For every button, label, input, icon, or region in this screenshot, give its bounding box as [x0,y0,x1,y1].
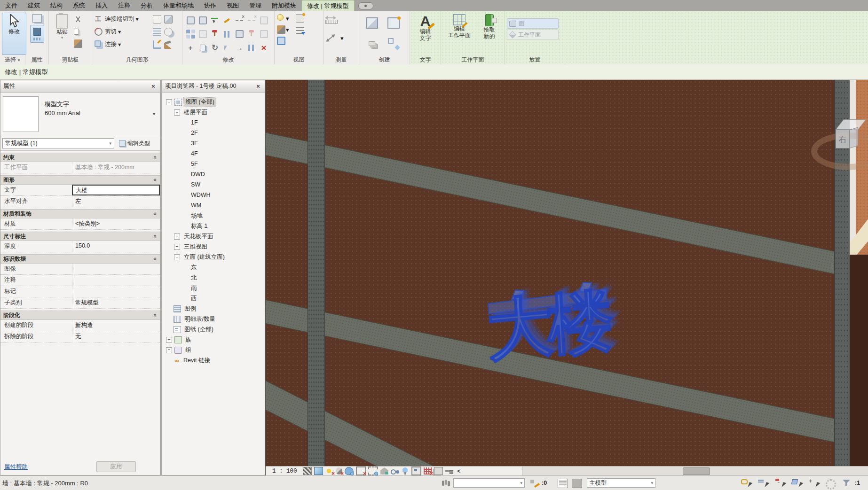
select-underlay-toggle[interactable] [758,478,770,488]
tab-1[interactable]: 建筑 [23,0,45,11]
section-collapse-icon[interactable]: « [152,314,159,317]
section-collapse-icon[interactable]: « [152,179,159,182]
property-value[interactable] [72,286,160,297]
tab-5[interactable]: 注释 [113,0,135,11]
rotate-icon[interactable]: ↻ [210,43,220,53]
properties-help-link[interactable]: 属性帮助 [4,463,28,471]
tab-7[interactable]: 体量和场地 [158,0,199,11]
unpin-icon[interactable] [247,30,256,39]
worksharing-display-icon[interactable] [558,479,568,488]
tree-item[interactable]: 北 [162,272,265,283]
scale-icon[interactable] [236,30,244,38]
brush-icon[interactable] [277,25,285,34]
type-properties-icon[interactable] [32,14,42,23]
reveal-hidden-icon[interactable] [401,467,409,474]
expand-icon[interactable]: + [174,233,180,240]
tab-8[interactable]: 协作 [199,0,221,11]
join-end-cut-button[interactable]: 连接端切割▾ [94,13,151,25]
beam-icon[interactable] [153,28,161,36]
select-pinned-toggle[interactable] [775,478,787,488]
create-group-icon[interactable] [387,17,400,29]
paste-button[interactable]: 粘贴 ▾ [51,13,73,48]
selection-filter-icon[interactable] [843,480,855,490]
drawing-area[interactable]: 大楼 右 1 : 100 < [265,80,868,475]
shadows-icon[interactable] [336,467,342,474]
offset-icon[interactable] [222,30,232,39]
property-value[interactable] [72,264,160,274]
split-element-icon[interactable] [235,16,244,25]
camera-icon[interactable] [296,14,304,23]
hidden-box-icon[interactable] [277,37,285,45]
measure-diagonal-icon[interactable] [326,34,335,42]
property-value[interactable]: <按类别> [72,218,160,229]
properties-palette-icon[interactable] [30,25,44,43]
background-processes-icon[interactable] [826,479,836,490]
delete-icon[interactable]: × [259,43,268,53]
cut-geometry-button[interactable]: 剪切▾ [94,25,151,38]
tab-11[interactable]: 附加模块 [267,0,301,11]
section-header[interactable]: 尺寸标注« [0,232,160,241]
tab-2[interactable]: 结构 [45,0,68,11]
scrollbar-thumb[interactable] [683,467,710,475]
detail-level-icon[interactable] [303,467,312,475]
tab-6[interactable]: 分析 [135,0,158,11]
mirror-icon[interactable] [224,46,230,50]
visual-style-icon[interactable] [314,467,323,475]
select-links-toggle[interactable] [741,478,753,488]
edit-text-button[interactable]: A 编辑 文字 [412,13,439,43]
tree-item[interactable]: -楼层平面 [162,107,265,117]
circles-icon[interactable] [164,28,173,36]
select-by-face-toggle[interactable] [792,478,804,488]
section-header[interactable]: 约束« [0,153,160,162]
expand-icon[interactable]: + [166,337,172,343]
cube-icon[interactable] [164,15,173,23]
close-icon[interactable]: × [150,83,157,90]
section-header[interactable]: 图形« [0,175,160,185]
tree-item[interactable]: +组 [162,345,265,355]
property-value[interactable]: 大楼 [72,185,160,195]
tree-item[interactable]: DWD [162,169,265,179]
ribbon-display-toggle[interactable] [358,2,373,9]
tree-item[interactable]: 南 [162,283,265,293]
tab-4[interactable]: 插入 [90,0,113,11]
project-browser-header[interactable]: 项目浏览器 - 1号楼 定稿.00 × [162,80,265,93]
tree-item[interactable]: WDWH [162,190,265,200]
element-selector-combo[interactable]: 常规模型 (1) ▾ [2,138,114,148]
tree-item[interactable]: 东 [162,262,265,272]
viewcube[interactable]: 右 [833,119,864,156]
tree-item[interactable]: +三维视图 [162,241,265,252]
tab-9[interactable]: 视图 [221,0,244,11]
section-header[interactable]: 标识数据« [0,254,160,264]
displacement-icon[interactable] [434,467,443,475]
tree-item[interactable]: 2F [162,128,265,138]
chevron-down-icon[interactable]: ▾ [153,111,155,117]
thin-lines-icon[interactable] [296,25,304,34]
modify-button[interactable]: 修改 [2,13,26,55]
section-collapse-icon[interactable]: « [152,235,159,238]
tree-item[interactable]: 明细表/数量 [162,314,265,324]
temporary-hide-isolate-icon[interactable] [391,467,399,474]
property-value[interactable]: 150.0 [72,241,160,252]
expand-icon[interactable]: + [174,244,180,250]
property-value[interactable]: 常规模型 [72,297,160,308]
tree-item[interactable]: 3F [162,138,265,148]
temporary-view-properties-icon[interactable] [411,467,421,475]
analytical-model-icon[interactable] [424,467,432,474]
move-icon[interactable]: + [186,43,195,53]
tree-item[interactable]: -立面 (建筑立面) [162,252,265,262]
section-header[interactable]: 材质和装饰« [0,209,160,218]
cope-icon[interactable] [187,16,195,24]
tree-item[interactable]: -视图 (全部) [162,97,265,107]
join-geometry-button[interactable]: 连接▾ [94,38,151,51]
tree-item[interactable]: 5F [162,159,265,169]
align-icon[interactable] [210,16,220,25]
design-option-combo[interactable]: 主模型 ▾ [587,478,655,488]
tree-item[interactable]: SW [162,179,265,190]
viewcube-right-face[interactable] [850,127,858,148]
tree-item[interactable]: 场地 [162,210,265,221]
create-similar-icon[interactable] [366,17,378,29]
tab-modify-contextual[interactable]: 修改 | 常规模型 [301,0,355,11]
scissors-icon[interactable] [74,16,82,24]
properties-panel-header[interactable]: 属性 × [0,80,160,93]
tree-item[interactable]: 4F [162,148,265,159]
